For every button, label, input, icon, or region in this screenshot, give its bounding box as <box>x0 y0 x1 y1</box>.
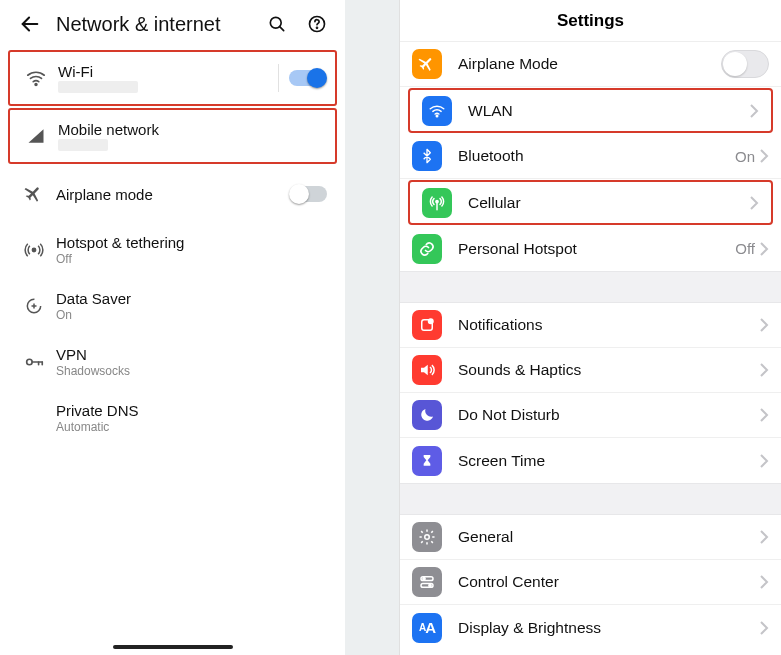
wifi-toggle[interactable] <box>289 70 325 86</box>
chevron-right-icon <box>759 318 769 332</box>
row-control-center[interactable]: Control Center <box>400 560 781 605</box>
wifi-label: Wi-Fi <box>58 63 278 80</box>
ios-title: Settings <box>557 11 624 31</box>
airplane-icon <box>24 184 44 204</box>
row-bluetooth[interactable]: Bluetooth On <box>400 134 781 179</box>
signal-icon <box>26 126 46 146</box>
item-airplane-mode[interactable]: Airplane mode <box>8 166 337 222</box>
row-screen-time[interactable]: Screen Time <box>400 438 781 483</box>
svg-line-2 <box>280 27 284 31</box>
row-display-brightness[interactable]: AA Display & Brightness <box>400 605 781 650</box>
vpn-sub: Shadowsocks <box>56 364 331 378</box>
pdns-sub: Automatic <box>56 420 331 434</box>
airplane-label: Airplane mode <box>56 186 287 203</box>
mobile-sub <box>58 139 108 151</box>
row-wlan[interactable]: WLAN <box>414 90 767 131</box>
bluetooth-label: Bluetooth <box>442 147 735 165</box>
airplane-toggle[interactable] <box>291 186 327 202</box>
highlight-cellular: Cellular <box>408 180 773 225</box>
item-hotspot[interactable]: Hotspot & tethering Off <box>8 222 337 278</box>
chevron-right-icon <box>759 454 769 468</box>
wifi-icon <box>25 67 47 89</box>
arrow-left-icon <box>19 13 41 35</box>
android-settings-screen: Network & internet Wi-Fi Mobile network <box>0 0 345 655</box>
sounds-label: Sounds & Haptics <box>442 361 759 379</box>
hotspot-label: Hotspot & tethering <box>56 234 331 251</box>
hotspot-status: Off <box>735 240 759 257</box>
row-airplane-mode[interactable]: Airplane Mode <box>400 42 781 87</box>
airplane-label: Airplane Mode <box>442 55 721 73</box>
data-saver-icon <box>24 296 44 316</box>
back-button[interactable] <box>8 2 52 46</box>
pdns-label: Private DNS <box>56 402 331 419</box>
item-vpn[interactable]: VPN Shadowsocks <box>8 334 337 390</box>
bluetooth-status: On <box>735 148 759 165</box>
airplane-toggle[interactable] <box>721 50 769 78</box>
vpn-key-icon <box>23 351 45 373</box>
home-indicator[interactable] <box>113 645 233 649</box>
screentime-label: Screen Time <box>442 452 759 470</box>
bluetooth-icon <box>419 147 435 165</box>
display-label: Display & Brightness <box>442 619 759 637</box>
hourglass-icon <box>419 452 435 470</box>
airplane-icon <box>418 55 436 73</box>
gear-icon <box>418 528 436 546</box>
wifi-icon <box>428 102 446 120</box>
item-data-saver[interactable]: Data Saver On <box>8 278 337 334</box>
search-button[interactable] <box>257 4 297 44</box>
moon-icon <box>418 406 436 424</box>
highlight-wlan: WLAN <box>408 88 773 133</box>
link-icon <box>418 240 436 258</box>
datasaver-label: Data Saver <box>56 290 331 307</box>
row-notifications[interactable]: Notifications <box>400 303 781 348</box>
svg-point-6 <box>32 248 35 251</box>
chevron-right-icon <box>759 408 769 422</box>
chevron-right-icon <box>759 242 769 256</box>
cellular-label: Cellular <box>452 194 749 212</box>
chevron-right-icon <box>749 196 759 210</box>
android-list: Wi-Fi Mobile network Airplane mode Hotsp… <box>0 48 345 446</box>
svg-point-5 <box>35 84 37 86</box>
svg-point-21 <box>423 578 425 580</box>
chevron-right-icon <box>749 104 759 118</box>
svg-point-19 <box>425 535 430 540</box>
hotspot-sub: Off <box>56 252 331 266</box>
row-personal-hotspot[interactable]: Personal Hotspot Off <box>400 226 781 271</box>
svg-point-14 <box>436 115 438 117</box>
hotspot-label: Personal Hotspot <box>442 240 735 258</box>
android-title: Network & internet <box>52 13 257 36</box>
hotspot-icon <box>24 240 44 260</box>
wifi-sub <box>58 81 138 93</box>
notifications-icon <box>418 316 436 334</box>
general-label: General <box>442 528 759 546</box>
chevron-right-icon <box>759 575 769 589</box>
antenna-icon <box>428 194 446 212</box>
row-general[interactable]: General <box>400 515 781 560</box>
item-private-dns[interactable]: Private DNS Automatic <box>8 390 337 446</box>
help-icon <box>307 14 327 34</box>
item-mobile-network[interactable]: Mobile network <box>8 108 337 164</box>
svg-point-23 <box>429 584 431 586</box>
notif-label: Notifications <box>442 316 759 334</box>
section-gap <box>400 483 781 515</box>
help-button[interactable] <box>297 4 337 44</box>
row-cellular[interactable]: Cellular <box>414 182 767 223</box>
datasaver-sub: On <box>56 308 331 322</box>
control-label: Control Center <box>442 573 759 591</box>
chevron-right-icon <box>759 363 769 377</box>
row-dnd[interactable]: Do Not Disturb <box>400 393 781 438</box>
text-size-icon: AA <box>412 613 442 643</box>
wlan-label: WLAN <box>452 102 749 120</box>
vpn-label: VPN <box>56 346 331 363</box>
mobile-label: Mobile network <box>58 121 329 138</box>
switches-icon <box>418 573 436 591</box>
chevron-right-icon <box>759 621 769 635</box>
row-sounds[interactable]: Sounds & Haptics <box>400 348 781 393</box>
android-header: Network & internet <box>0 0 345 48</box>
section-gap <box>400 271 781 303</box>
ios-header: Settings <box>400 0 781 42</box>
item-wifi[interactable]: Wi-Fi <box>8 50 337 106</box>
chevron-right-icon <box>759 149 769 163</box>
svg-point-18 <box>429 319 434 324</box>
speaker-icon <box>418 361 436 379</box>
